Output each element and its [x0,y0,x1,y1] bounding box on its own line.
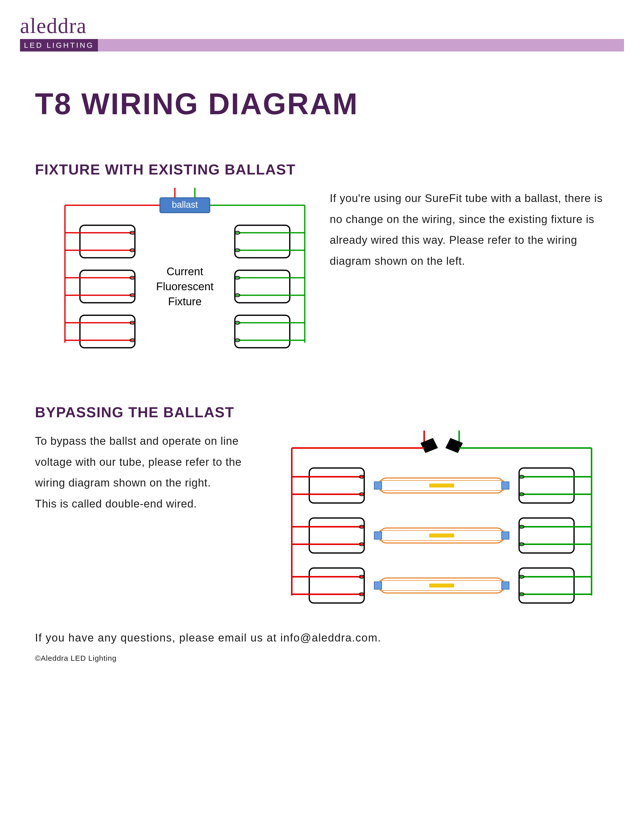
row-2 [292,518,592,553]
section1: ballast [35,188,609,359]
row-3 [292,568,592,603]
copyright: ©Aleddra LED Lighting [35,654,609,663]
svg-text:Fluorescent: Fluorescent [156,280,214,292]
svg-rect-85 [519,568,574,603]
page-title: T8 WIRING DIAGRAM [35,87,609,121]
svg-rect-32 [235,315,290,348]
svg-text:Current: Current [166,265,203,278]
svg-rect-17 [80,315,135,348]
ballast-label: ballast [172,199,198,210]
row-1 [292,468,592,503]
brand-bar: LED LIGHTING [20,39,624,51]
section1-text: If you're using our SureFit tube with a … [330,188,609,271]
section1-title: FIXTURE WITH EXISTING BALLAST [35,161,609,178]
svg-rect-69 [519,518,574,553]
svg-rect-7 [80,225,135,258]
svg-rect-80 [309,568,364,603]
svg-text:Fixture: Fixture [168,295,202,307]
svg-marker-42 [421,438,438,453]
svg-marker-43 [445,438,463,453]
diagram-bypass-ballast [274,431,609,612]
brand-subtitle: LED LIGHTING [20,39,98,51]
socket-left-group [65,225,135,348]
brand-name: aleddra [20,15,624,37]
section2-title: BYPASSING THE BALLAST [35,404,609,420]
svg-rect-48 [309,468,364,503]
svg-rect-61 [429,484,454,488]
svg-rect-64 [309,518,364,553]
svg-rect-53 [519,468,574,503]
svg-rect-92 [502,582,509,589]
svg-rect-27 [235,270,290,303]
footer-question: If you have any questions, please email … [35,632,609,644]
svg-rect-91 [374,582,382,589]
section2: To bypass the ballst and operate on line… [35,431,609,612]
svg-rect-93 [429,584,454,587]
svg-rect-77 [429,533,454,538]
svg-rect-59 [374,482,382,489]
svg-rect-22 [235,225,290,258]
svg-rect-75 [374,532,382,539]
header: aleddra LED LIGHTING [0,0,644,51]
socket-right-group [235,225,305,348]
section2-text: To bypass the ballst and operate on line… [35,431,259,514]
svg-rect-76 [502,532,509,539]
svg-rect-12 [80,270,135,303]
svg-rect-60 [502,482,509,489]
diagram-existing-ballast: ballast [35,188,315,359]
